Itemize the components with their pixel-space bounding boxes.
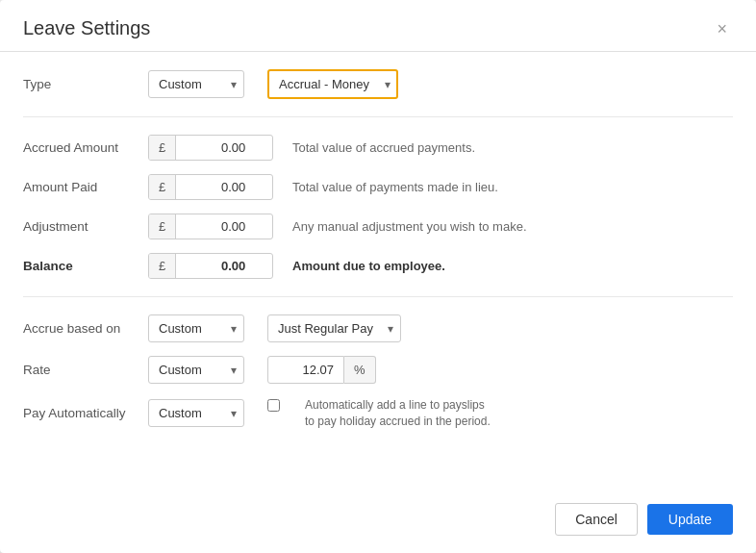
type-selects: Custom Accrual - Money xyxy=(148,69,398,99)
adjustment-prefix: £ xyxy=(149,214,176,239)
rate-input[interactable] xyxy=(267,356,344,384)
amount-paid-label: Amount Paid xyxy=(23,180,148,194)
type-label: Type xyxy=(23,77,148,91)
balance-prefix: £ xyxy=(149,254,176,278)
rate-select-wrap: Custom xyxy=(148,356,244,384)
amount-paid-desc: Total value of payments made in lieu. xyxy=(292,180,498,194)
balance-label: Balance xyxy=(23,259,148,273)
rate-select[interactable]: Custom xyxy=(148,356,244,384)
accrued-amount-prefix: £ xyxy=(149,136,176,160)
cancel-button[interactable]: Cancel xyxy=(555,503,638,536)
accrue-based-on-selects: Custom Just Regular Pay xyxy=(148,314,401,342)
pay-automatically-desc: Automatically add a line to payslips to … xyxy=(305,397,497,430)
adjustment-input-group: £ xyxy=(148,214,273,239)
rate-input-wrap: % xyxy=(267,356,376,384)
adjustment-row: Adjustment £ Any manual adjustment you w… xyxy=(23,214,733,239)
type-section: Type Custom Accrual - Money xyxy=(23,52,733,117)
leave-settings-modal: Leave Settings × Type Custom Accrual - M… xyxy=(0,0,756,553)
close-button[interactable]: × xyxy=(711,18,733,39)
balance-row: Balance £ Amount due to employee. xyxy=(23,253,733,279)
adjustment-field[interactable] xyxy=(176,214,253,239)
amount-paid-input-group: £ xyxy=(148,174,273,200)
accrued-amount-desc: Total value of accrued payments. xyxy=(292,140,475,155)
modal-footer: Cancel Update xyxy=(0,490,756,553)
pay-automatically-select-wrap: Custom xyxy=(148,399,244,427)
adjustment-label: Adjustment xyxy=(23,219,148,234)
amount-paid-field[interactable] xyxy=(176,175,253,199)
accrued-amount-field[interactable] xyxy=(176,136,253,160)
accrue-based-on-row: Accrue based on Custom Just Regular Pay xyxy=(23,314,733,342)
rate-suffix: % xyxy=(344,356,376,384)
accrue-section: Accrue based on Custom Just Regular Pay xyxy=(23,297,733,447)
pay-automatically-label: Pay Automatically xyxy=(23,406,148,420)
rate-controls: Custom % xyxy=(148,356,376,384)
accrue-based-on-select2[interactable]: Just Regular Pay xyxy=(267,314,401,342)
type-select2[interactable]: Accrual - Money xyxy=(267,69,398,99)
modal-header: Leave Settings × xyxy=(0,0,756,52)
amount-paid-row: Amount Paid £ Total value of payments ma… xyxy=(23,174,733,200)
rate-row: Rate Custom % xyxy=(23,356,733,384)
amount-paid-prefix: £ xyxy=(149,175,176,199)
accrue-based-on-select1[interactable]: Custom xyxy=(148,314,244,342)
accrued-amount-label: Accrued Amount xyxy=(23,140,148,155)
modal-title: Leave Settings xyxy=(23,17,150,39)
accrued-amount-input-group: £ xyxy=(148,135,273,161)
rate-label: Rate xyxy=(23,363,148,377)
pay-automatically-select[interactable]: Custom xyxy=(148,399,244,427)
update-button[interactable]: Update xyxy=(647,504,733,535)
type-select1-wrap: Custom xyxy=(148,70,244,98)
type-select1[interactable]: Custom xyxy=(148,70,244,98)
balance-desc: Amount due to employee. xyxy=(292,259,445,273)
pay-automatically-controls: Custom Automatically add a line to paysl… xyxy=(148,397,497,430)
balance-field[interactable] xyxy=(176,254,253,278)
adjustment-desc: Any manual adjustment you wish to make. xyxy=(292,219,527,234)
pay-automatically-row: Pay Automatically Custom Automatically a… xyxy=(23,397,733,430)
pay-automatically-checkbox[interactable] xyxy=(267,399,280,412)
accrued-amount-row: Accrued Amount £ Total value of accrued … xyxy=(23,135,733,161)
balance-input-group: £ xyxy=(148,253,273,279)
accrue-based-on-select2-wrap: Just Regular Pay xyxy=(267,314,401,342)
accrue-based-on-select1-wrap: Custom xyxy=(148,314,244,342)
type-select2-wrap: Accrual - Money xyxy=(267,69,398,99)
modal-body: Type Custom Accrual - Money Accrued Amou… xyxy=(0,52,756,490)
accrue-based-on-label: Accrue based on xyxy=(23,321,148,336)
amounts-section: Accrued Amount £ Total value of accrued … xyxy=(23,117,733,297)
pay-automatically-checkbox-wrap: Automatically add a line to payslips to … xyxy=(267,397,497,430)
